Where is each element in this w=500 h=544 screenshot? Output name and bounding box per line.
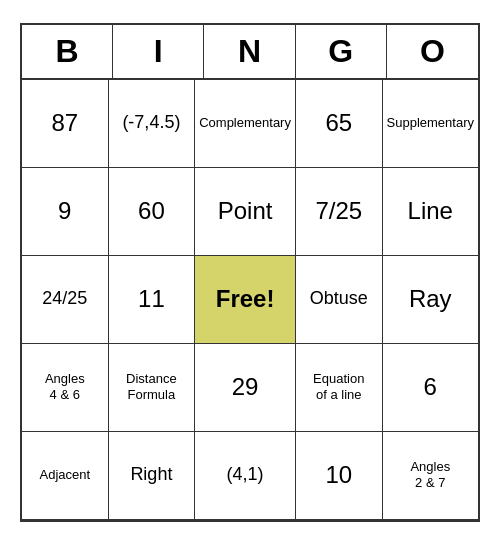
bingo-cell: 60 [109, 168, 196, 256]
bingo-cell: (4,1) [195, 432, 296, 520]
bingo-cell: 87 [22, 80, 109, 168]
bingo-cell: Line [383, 168, 478, 256]
bingo-cell: 6 [383, 344, 478, 432]
bingo-cell: (-7,4.5) [109, 80, 196, 168]
bingo-cell: 11 [109, 256, 196, 344]
bingo-cell: Angles2 & 7 [383, 432, 478, 520]
bingo-cell: Point [195, 168, 296, 256]
bingo-cell: Right [109, 432, 196, 520]
bingo-cell: 65 [296, 80, 383, 168]
bingo-cell: Adjacent [22, 432, 109, 520]
bingo-cell: Obtuse [296, 256, 383, 344]
bingo-header: BINGO [22, 25, 478, 80]
bingo-cell: Equationof a line [296, 344, 383, 432]
bingo-cell: Ray [383, 256, 478, 344]
bingo-cell: Free! [195, 256, 296, 344]
header-letter: G [296, 25, 387, 78]
header-letter: N [204, 25, 295, 78]
header-letter: B [22, 25, 113, 78]
header-letter: O [387, 25, 478, 78]
bingo-cell: Angles4 & 6 [22, 344, 109, 432]
bingo-cell: 29 [195, 344, 296, 432]
bingo-grid: 87(-7,4.5)Complementary65Supplementary96… [22, 80, 478, 520]
bingo-card: BINGO 87(-7,4.5)Complementary65Supplemen… [20, 23, 480, 522]
bingo-cell: DistanceFormula [109, 344, 196, 432]
bingo-cell: Supplementary [383, 80, 478, 168]
header-letter: I [113, 25, 204, 78]
bingo-cell: Complementary [195, 80, 296, 168]
bingo-cell: 10 [296, 432, 383, 520]
bingo-cell: 24/25 [22, 256, 109, 344]
bingo-cell: 9 [22, 168, 109, 256]
bingo-cell: 7/25 [296, 168, 383, 256]
